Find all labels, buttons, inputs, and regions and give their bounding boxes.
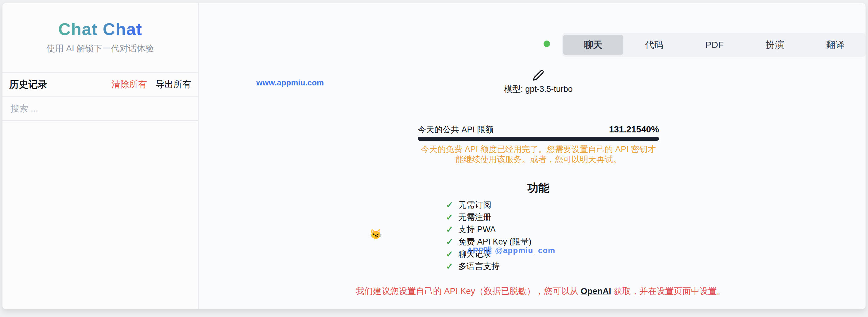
check-icon: ✓ [446,261,458,271]
feature-item: ✓ 多语言支持 [446,260,659,272]
tab-translate[interactable]: 翻译 [805,33,866,57]
clear-all-button[interactable]: 清除所有 [112,78,147,91]
tab-pdf[interactable]: PDF [684,33,745,57]
feature-label: 多语言支持 [458,261,500,272]
api-key-note-part1: 我们建议您设置自己的 API Key（数据已脱敏），您可以从 [356,286,581,296]
status-dot [544,40,550,47]
app-window: Chat Chat 使用 AI 解锁下一代对话体验 历史记录 清除所有 导出所有… [2,3,866,309]
api-key-note: 我们建议您设置自己的 API Key（数据已脱敏），您可以从 OpenAI 获取… [329,285,752,297]
tab-code[interactable]: 代码 [624,33,684,57]
feature-label: 无需订阅 [458,199,491,210]
quota-label: 今天的公共 API 限额 [418,124,494,135]
check-icon: ✓ [446,200,458,210]
history-title: 历史记录 [9,78,112,91]
quota-progress-bar [418,137,659,141]
export-all-button[interactable]: 导出所有 [156,78,191,91]
tab-roleplay[interactable]: 扮演 [745,33,805,57]
main-panel: 聊天 代码 PDF 扮演 翻译 www.appmiu.com 模型: gpt-3… [199,3,866,309]
check-icon: ✓ [446,212,458,222]
model-label: 模型: gpt-3.5-turbo [418,84,659,95]
api-key-note-part2: 获取，并在设置页面中设置。 [611,286,725,296]
pencil-icon [532,69,544,81]
sidebar: Chat Chat 使用 AI 解锁下一代对话体验 历史记录 清除所有 导出所有 [2,3,198,309]
cat-emoji-watermark: 😼 [370,229,382,240]
quota-warning-text: 今天的免费 API 额度已经用完了。您需要设置自己的 API 密钥才能继续使用该… [418,144,659,165]
edit-model-button[interactable] [532,69,544,81]
search-input[interactable] [10,104,190,114]
history-header-row: 历史记录 清除所有 导出所有 [2,73,198,97]
feature-item: ✓ 无需订阅 [446,199,659,211]
site-link[interactable]: www.appmiu.com [256,78,324,88]
search-row [2,97,198,121]
openai-link[interactable]: OpenAI [581,286,611,296]
check-icon: ✓ [446,237,458,247]
check-icon: ✓ [446,225,458,235]
features-title: 功能 [418,181,659,196]
feature-label: 支持 PWA [458,224,496,235]
sidebar-header: Chat Chat 使用 AI 解锁下一代对话体验 [2,3,198,73]
app-title: Chat Chat [58,19,142,39]
tab-chat[interactable]: 聊天 [563,35,623,55]
quota-row: 今天的公共 API 限额 131.21540% [418,124,659,135]
feature-item: ✓ 无需注册 [446,211,659,223]
feature-item: ✓ 支持 PWA [446,223,659,236]
handle-watermark: APP喵 @appmiu_com [467,245,555,256]
mode-tabbar: 聊天 代码 PDF 扮演 翻译 [562,33,866,57]
feature-label: 无需注册 [458,212,491,223]
check-icon: ✓ [446,249,458,259]
app-subtitle: 使用 AI 解锁下一代对话体验 [2,43,198,54]
quota-value: 131.21540% [609,124,659,135]
features-list: ✓ 无需订阅 ✓ 无需注册 ✓ 支持 PWA ✓ 免费 API Key (限量)… [418,199,659,272]
quota-progress-fill [418,137,659,141]
